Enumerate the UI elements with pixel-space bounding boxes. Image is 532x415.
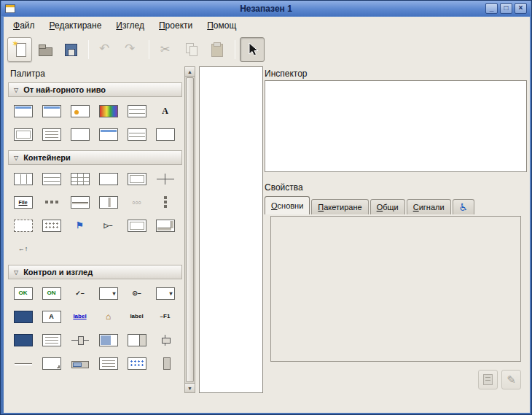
palette-item-property-dialog[interactable] [94, 123, 122, 146]
inspector-view[interactable] [265, 80, 527, 172]
palette-item-input-dialog[interactable] [9, 123, 37, 146]
palette-item-radio-button[interactable]: ⊙– [122, 282, 151, 305]
palette-item-vscale[interactable] [151, 328, 179, 352]
palette-item-button[interactable]: OK [9, 282, 37, 305]
palette-item-combo-box[interactable] [94, 282, 122, 305]
close-button[interactable]: × [515, 3, 527, 14]
tab-signals[interactable]: Сигнали [407, 199, 451, 214]
palette-section-label-toplevel: От най-горното ниво [23, 85, 106, 94]
hbuttonbox-icon: ○○○ [128, 196, 146, 209]
palette-item-vscrollbar[interactable] [151, 352, 179, 375]
scrollbar-thumb[interactable] [186, 77, 194, 382]
palette-item-icon-view[interactable] [122, 352, 151, 375]
menu-file[interactable]: Файл [6, 18, 42, 34]
tab-common[interactable]: Общи [370, 199, 405, 214]
property-dialog-icon [99, 128, 118, 141]
save-button[interactable] [58, 37, 83, 62]
palette-section-header-toplevel[interactable]: ▽От най-горното ниво [8, 82, 182, 97]
palette-item-file-selection-dialog[interactable] [122, 99, 151, 123]
palette-item-aspect-frame[interactable] [122, 167, 151, 190]
palette-item-notebook[interactable]: ⚑ [66, 214, 94, 237]
palette-item-table[interactable] [66, 167, 94, 190]
palette-item-toolbar[interactable] [37, 190, 66, 214]
palette-item-hbuttonbox[interactable]: ○○○ [122, 190, 151, 214]
palette-item-about-dialog[interactable] [37, 123, 66, 146]
palette-item-font-selection-dialog[interactable]: A [151, 99, 179, 123]
text-view-icon [42, 334, 61, 346]
scroll-down-icon[interactable] [184, 383, 195, 393]
palette-item-option-menu[interactable] [151, 282, 179, 305]
palette-item-dialog[interactable] [37, 99, 66, 123]
palette-item-link-label[interactable]: label [66, 305, 94, 328]
palette-item-menubar[interactable]: File [9, 190, 37, 214]
scroll-up-icon[interactable] [184, 66, 195, 77]
hseparator-icon [14, 357, 33, 370]
hscrollbar-icon [71, 357, 90, 370]
selector-button[interactable] [240, 37, 265, 62]
palette-item-vbuttonbox[interactable] [151, 190, 179, 214]
combo-box-entry-icon [14, 334, 33, 346]
palette-item-message-dialog[interactable] [66, 99, 94, 123]
label-icon: label [128, 311, 146, 323]
open-button[interactable] [33, 37, 58, 62]
palette-item-hbox[interactable] [9, 167, 37, 190]
palette-item-spin-button[interactable] [122, 328, 151, 352]
design-canvas[interactable] [199, 66, 263, 393]
palette-item-label[interactable]: label [122, 305, 151, 328]
tab-packing[interactable]: Пакетиране [311, 199, 368, 214]
palette-item-hscale[interactable] [66, 328, 94, 352]
palette-section-header-control-and-display[interactable]: ▽Контрол и изглед [8, 265, 182, 279]
menu-help[interactable]: Помощ [200, 18, 243, 34]
palette-item-expander[interactable]: ▷– [94, 214, 122, 237]
palette-section-label-control-and-display: Контрол и изглед [23, 268, 93, 276]
palette-scrollbar[interactable] [184, 66, 195, 393]
expander-triangle-icon: ▽ [14, 155, 18, 161]
menu-edit[interactable]: Редактиране [42, 18, 109, 34]
radio-button-glyph: ⊙– [132, 290, 141, 297]
palette-item-frame[interactable] [94, 167, 122, 190]
palette-item-text-view[interactable] [37, 328, 66, 352]
palette-item-plug-window[interactable] [66, 123, 94, 146]
titlebar[interactable]: Незапазен 1 _ □ × [1, 1, 531, 16]
palette-item-accel-label[interactable]: –F1 [151, 305, 179, 328]
menu-view[interactable]: Изглед [109, 18, 152, 34]
palette-item-window[interactable] [9, 99, 37, 123]
maximize-button[interactable]: □ [500, 3, 512, 14]
properties-title: Свойства [265, 182, 303, 193]
palette-item-list-dialog[interactable] [122, 123, 151, 146]
palette-item-tree-view[interactable] [94, 352, 122, 375]
option-menu-icon [156, 287, 175, 300]
menu-projects[interactable]: Проекти [152, 18, 200, 34]
palette-item-entry[interactable] [9, 305, 37, 328]
palette-item-char-button[interactable]: A [37, 305, 66, 328]
palette-item-hseparator[interactable] [9, 352, 37, 375]
palette-item-layout[interactable] [37, 214, 66, 237]
palette-item-fixed[interactable] [151, 167, 179, 190]
palette-item-vpaned[interactable] [66, 190, 94, 214]
palette-item-vbox[interactable] [37, 167, 66, 190]
vbox-icon [42, 173, 61, 185]
scrolled-window-icon [156, 220, 175, 232]
palette-item-handle-box[interactable] [9, 214, 37, 237]
palette-item-statusbar[interactable] [37, 352, 66, 375]
palette-item-progress-bar[interactable] [94, 328, 122, 352]
palette-item-check-button[interactable]: ✓– [66, 282, 94, 305]
palette-grid-toplevel: A [8, 97, 182, 149]
new-button[interactable] [7, 37, 32, 62]
properties-content[interactable] [270, 216, 521, 362]
palette-item-color-selection-dialog[interactable] [94, 99, 122, 123]
tab-general[interactable]: Основни [265, 196, 310, 214]
custom-window-icon [156, 128, 175, 141]
palette-item-hscrollbar[interactable] [66, 352, 94, 375]
palette-item-hpaned[interactable] [94, 190, 122, 214]
minimize-button[interactable]: _ [485, 3, 498, 14]
palette-item-alignment[interactable]: ←↑ [9, 237, 37, 260]
palette-item-viewport[interactable] [122, 214, 151, 237]
palette-item-scrolled-window[interactable] [151, 214, 179, 237]
palette-item-toggle-button[interactable]: ON [37, 282, 66, 305]
palette-item-image[interactable]: ⌂ [94, 305, 122, 328]
tab-accessibility[interactable]: ♿ [453, 199, 475, 214]
palette-item-custom-window[interactable] [151, 123, 179, 146]
palette-section-header-containers[interactable]: ▽Контейнери [8, 150, 182, 165]
palette-item-combo-box-entry[interactable] [9, 328, 37, 352]
